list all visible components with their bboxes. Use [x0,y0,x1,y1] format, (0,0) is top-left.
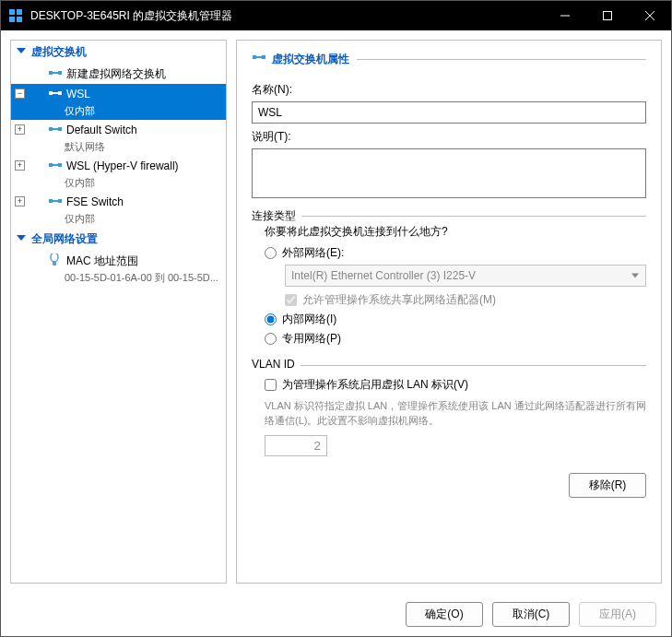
adapter-select-wrap: Intel(R) Ethernet Controller (3) I225-V [285,265,646,287]
left-panel: 虚拟交换机 新建虚拟网络交换机 − WSL [10,40,227,584]
tree-item-fse-switch[interactable]: + FSE Switch [11,192,226,212]
svg-rect-14 [49,127,53,131]
tree-item-sub: 00-15-5D-01-6A-00 到 00-15-5D... [11,271,226,287]
network-icon [48,195,63,209]
adapter-select: Intel(R) Ethernet Controller (3) I225-V [285,265,646,287]
tree-section-global[interactable]: 全局网络设置 [11,228,226,251]
apply-button: 应用(A) [579,602,656,627]
svg-rect-18 [58,163,62,167]
svg-rect-24 [53,261,56,265]
tree-item-label: MAC 地址范围 [66,254,138,268]
vlan-id-input [265,435,327,456]
radio-label: 专用网络(P) [282,331,341,347]
cancel-button[interactable]: 取消(C) [492,602,570,627]
tree-section-global-label: 全局网络设置 [31,231,98,247]
expand-icon[interactable]: + [15,160,25,171]
desc-label: 说明(T): [252,129,646,145]
svg-rect-9 [58,71,62,75]
vlan-enable-row[interactable]: 为管理操作系统启用虚拟 LAN 标识(V) [265,377,646,393]
radio-external-input[interactable] [265,247,277,259]
tree-section-switches-label: 虚拟交换机 [31,44,87,60]
svg-rect-17 [49,163,53,167]
right-panel: 虚拟交换机属性 名称(N): 说明(T): 连接类型 你要将此虚拟交换机连接到什… [236,40,662,584]
tree-item-sub: 默认网络 [11,140,226,156]
properties-header-label: 虚拟交换机属性 [272,52,349,67]
svg-rect-12 [58,91,62,95]
network-icon [48,87,63,101]
checkbox-label: 允许管理操作系统共享此网络适配器(M) [302,292,496,308]
name-input[interactable] [252,101,646,124]
expand-icon[interactable]: + [15,196,25,206]
divider [357,59,646,60]
svg-rect-25 [253,55,256,59]
tree-item-label: FSE Switch [66,195,124,209]
collapse-icon[interactable]: − [15,88,25,99]
tree-item-sub: 仅内部 [11,104,226,120]
network-icon [252,53,266,67]
window-title: DESKTOP-3E645RI 的虚拟交换机管理器 [30,8,544,24]
radio-label: 内部网络(I) [282,312,336,327]
tree-item-sub: 仅内部 [11,176,226,192]
svg-rect-5 [604,12,612,20]
tree: 虚拟交换机 新建虚拟网络交换机 − WSL [11,41,226,583]
svg-rect-11 [49,91,53,95]
svg-rect-15 [58,127,62,131]
tree-item-default-switch[interactable]: + Default Switch [11,120,226,140]
svg-point-23 [51,254,58,262]
tree-item-label: WSL (Hyper-V firewall) [66,159,179,173]
radio-external[interactable]: 外部网络(E): [265,245,646,261]
titlebar: DESKTOP-3E645RI 的虚拟交换机管理器 [1,1,671,30]
ok-button[interactable]: 确定(O) [406,602,483,627]
tree-section-switches[interactable]: 虚拟交换机 [11,41,226,64]
tree-item-label: WSL [66,87,90,101]
checkbox-label: 为管理操作系统启用虚拟 LAN 标识(V) [282,377,468,393]
svg-rect-2 [9,17,15,22]
share-adapter-checkbox [285,294,297,306]
footer: 确定(O) 取消(C) 应用(A) [1,593,671,636]
mac-icon [48,254,63,268]
window-root: DESKTOP-3E645RI 的虚拟交换机管理器 虚拟交换机 新建虚拟网络交换… [0,0,672,637]
svg-rect-21 [58,199,62,203]
tree-item-fse-group: + FSE Switch 仅内部 [11,192,226,228]
desc-textarea[interactable] [252,148,646,198]
tree-item-default-group: + Default Switch 默认网络 [11,120,226,156]
close-button[interactable] [629,1,671,30]
app-icon [8,8,23,23]
minimize-button[interactable] [544,1,586,30]
vlan-enable-checkbox[interactable] [265,379,277,391]
connection-question: 你要将此虚拟交换机连接到什么地方? [265,224,646,240]
connection-type-legend: 连接类型 [252,208,301,224]
share-adapter-row: 允许管理操作系统共享此网络适配器(M) [285,292,646,308]
radio-internal-input[interactable] [265,313,277,325]
maximize-button[interactable] [586,1,629,30]
tree-item-wsl[interactable]: − WSL [11,84,226,104]
remove-button[interactable]: 移除(R) [569,473,646,498]
remove-row: 移除(R) [252,473,646,498]
radio-private-input[interactable] [265,333,277,345]
tree-item-wsl-firewall[interactable]: + WSL (Hyper-V firewall) [11,156,226,176]
vlan-fieldset: VLAN ID 为管理操作系统启用虚拟 LAN 标识(V) VLAN 标识符指定… [252,365,646,456]
connection-type-fieldset: 连接类型 你要将此虚拟交换机连接到什么地方? 外部网络(E): Intel(R)… [252,216,646,350]
tree-item-wsl-group: − WSL 仅内部 [11,84,226,120]
svg-rect-26 [262,55,265,59]
tree-item-mac-range[interactable]: MAC 地址范围 [11,251,226,271]
vlan-note: VLAN 标识符指定虚拟 LAN，管理操作系统使用该 LAN 通过此网络适配器进… [265,398,646,428]
body: 虚拟交换机 新建虚拟网络交换机 − WSL [1,30,671,593]
radio-label: 外部网络(E): [282,245,344,261]
expand-icon[interactable]: + [15,124,25,135]
radio-private[interactable]: 专用网络(P) [265,331,646,347]
svg-rect-0 [9,9,15,15]
radio-internal[interactable]: 内部网络(I) [265,312,646,327]
tree-item-label: Default Switch [66,123,137,137]
svg-rect-8 [49,71,53,75]
svg-rect-3 [17,17,22,22]
svg-rect-1 [17,9,22,15]
properties-header: 虚拟交换机属性 [252,52,646,67]
name-label: 名称(N): [252,82,646,98]
tree-item-sub: 仅内部 [11,212,226,228]
vlan-legend: VLAN ID [252,358,301,371]
svg-rect-20 [49,199,53,203]
network-icon [48,66,63,81]
network-icon [48,123,63,137]
tree-item-new-switch[interactable]: 新建虚拟网络交换机 [11,64,226,84]
